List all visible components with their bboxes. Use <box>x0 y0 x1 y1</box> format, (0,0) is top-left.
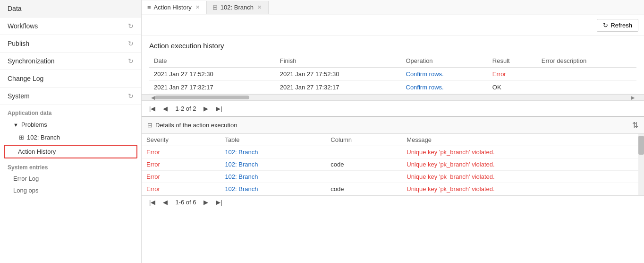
cell-table: 102: Branch <box>220 146 326 158</box>
sidebar-problems-label: Problems <box>21 121 47 128</box>
table-row[interactable]: Error 102: Branch Unique key 'pk_branch'… <box>142 171 644 183</box>
cell-date: 2021 Jan 27 17:32:17 <box>149 81 275 94</box>
split-panel-icon[interactable]: ⇅ <box>632 121 638 130</box>
cell-column: code <box>326 183 402 195</box>
table-row[interactable]: 2021 Jan 27 17:32:17 2021 Jan 27 17:32:1… <box>149 81 636 94</box>
table-row[interactable]: Error 102: Branch code Unique key 'pk_br… <box>142 158 644 171</box>
cell-severity: Error <box>142 183 220 195</box>
cell-table: 102: Branch <box>220 171 326 183</box>
tab-branch[interactable]: ⊞ 102: Branch ✕ <box>207 1 269 14</box>
cell-column: code <box>326 158 402 171</box>
dpag-prev[interactable]: ◀ <box>160 198 170 207</box>
application-data-section: Application data <box>0 105 141 118</box>
sidebar-item-long-ops[interactable]: Long ops <box>0 184 141 196</box>
pag-info: 1-2 of 2 <box>172 105 199 112</box>
sidebar-item-problems[interactable]: ▼ Problems <box>0 118 141 131</box>
dcol-severity: Severity <box>142 134 220 146</box>
details-vscrollbar[interactable] <box>638 134 644 195</box>
refresh-button[interactable]: ↻ Refresh <box>597 19 638 32</box>
hscroll-thumb[interactable] <box>155 96 249 99</box>
cell-column <box>326 171 402 183</box>
scroll-arrow-right[interactable]: ▶ <box>631 95 635 101</box>
sidebar-item-action-history[interactable]: Action History <box>4 145 137 158</box>
history-pagination: |◀ ◀ 1-2 of 2 ▶ ▶| <box>142 101 644 116</box>
sidebar: Data Workflows ↻ Publish ↻ Synchronizati… <box>0 0 142 263</box>
sidebar-action-history-label: Action History <box>18 148 56 155</box>
history-hscrollbar[interactable]: ◀ ▶ <box>142 94 644 101</box>
details-vscroll-thumb[interactable] <box>638 136 644 155</box>
toolbar: ↻ Refresh <box>142 15 644 36</box>
cell-operation: Confirm rows. <box>401 68 488 81</box>
scroll-arrow-left[interactable]: ◀ <box>151 95 155 101</box>
sync-icon: ↻ <box>128 92 134 100</box>
col-error-desc: Error description <box>537 54 636 68</box>
content-area: Action execution history Date Finish Ope… <box>142 36 644 263</box>
sync-icon: ↻ <box>128 22 134 30</box>
cell-error-desc <box>537 68 636 81</box>
list-icon: ≡ <box>147 4 151 11</box>
sidebar-item-label: Publish <box>8 40 29 47</box>
main-panel: ≡ Action History ✕ ⊞ 102: Branch ✕ ↻ Ref… <box>142 0 644 263</box>
table-row[interactable]: 2021 Jan 27 17:52:30 2021 Jan 27 17:52:3… <box>149 68 636 81</box>
table-icon: ⊞ <box>212 4 218 11</box>
tab-close-branch[interactable]: ✕ <box>256 4 263 10</box>
cell-message: Unique key 'pk_branch' violated. <box>402 146 644 158</box>
sidebar-item-error-log[interactable]: Error Log <box>0 173 141 184</box>
col-operation: Operation <box>401 54 488 68</box>
table-row[interactable]: Error 102: Branch Unique key 'pk_branch'… <box>142 146 644 158</box>
cell-error-desc <box>537 81 636 94</box>
history-section: Action execution history Date Finish Ope… <box>142 36 644 94</box>
cell-result: Error <box>488 68 537 81</box>
col-date: Date <box>149 54 275 68</box>
details-header: ⊟ Details of the action execution ⇅ <box>142 117 644 134</box>
details-table-wrap: Severity Table Column Message Error 102:… <box>142 134 644 195</box>
sidebar-item-label: Data <box>8 5 22 12</box>
tab-bar: ≡ Action History ✕ ⊞ 102: Branch ✕ <box>142 0 644 15</box>
dpag-first[interactable]: |◀ <box>146 198 158 207</box>
cell-finish: 2021 Jan 27 17:52:30 <box>275 68 401 81</box>
pag-last[interactable]: ▶| <box>213 104 225 113</box>
sidebar-item-data[interactable]: Data <box>0 0 141 18</box>
tab-action-history[interactable]: ≡ Action History ✕ <box>142 1 207 14</box>
chevron-down-icon: ▼ <box>13 122 18 128</box>
cell-column <box>326 146 402 158</box>
sync-icon: ↻ <box>128 40 134 47</box>
sidebar-item-synchronization[interactable]: Synchronization ↻ <box>0 53 141 70</box>
cell-message: Unique key 'pk_branch' violated. <box>402 183 644 195</box>
refresh-icon: ↻ <box>603 22 608 29</box>
cell-severity: Error <box>142 171 220 183</box>
pag-prev[interactable]: ◀ <box>160 104 170 113</box>
sidebar-branch-label: 102: Branch <box>27 134 60 141</box>
table-row[interactable]: Error 102: Branch code Unique key 'pk_br… <box>142 183 644 195</box>
details-icon: ⊟ <box>147 122 153 129</box>
sidebar-item-label: System <box>8 92 30 100</box>
cell-date: 2021 Jan 27 17:52:30 <box>149 68 275 81</box>
cell-message: Unique key 'pk_branch' violated. <box>402 158 644 171</box>
pag-first[interactable]: |◀ <box>146 104 158 113</box>
dcol-message: Message <box>402 134 644 146</box>
sidebar-item-system[interactable]: System ↻ <box>0 88 141 105</box>
cell-table: 102: Branch <box>220 158 326 171</box>
details-table: Severity Table Column Message Error 102:… <box>142 134 644 195</box>
details-title-wrap: ⊟ Details of the action execution <box>147 122 237 129</box>
table-icon: ⊞ <box>19 134 24 141</box>
cell-finish: 2021 Jan 27 17:32:17 <box>275 81 401 94</box>
cell-result: OK <box>488 81 537 94</box>
sidebar-item-change-log[interactable]: Change Log <box>0 70 141 88</box>
dpag-last[interactable]: ▶| <box>213 198 225 207</box>
details-section: ⊟ Details of the action execution ⇅ Seve… <box>142 116 644 209</box>
sidebar-item-publish[interactable]: Publish ↻ <box>0 35 141 53</box>
history-title: Action execution history <box>149 42 636 50</box>
sidebar-item-branch[interactable]: ⊞ 102: Branch <box>0 131 141 144</box>
col-result: Result <box>488 54 537 68</box>
sidebar-item-workflows[interactable]: Workflows ↻ <box>0 18 141 35</box>
tab-close-action-history[interactable]: ✕ <box>195 4 201 10</box>
dcol-column: Column <box>326 134 402 146</box>
pag-next[interactable]: ▶ <box>201 104 211 113</box>
tab-label: Action History <box>154 4 192 11</box>
cell-message: Unique key 'pk_branch' violated. <box>402 171 644 183</box>
system-entries-section: System entries <box>0 159 141 173</box>
cell-severity: Error <box>142 158 220 171</box>
dpag-next[interactable]: ▶ <box>201 198 211 207</box>
refresh-label: Refresh <box>610 22 632 29</box>
